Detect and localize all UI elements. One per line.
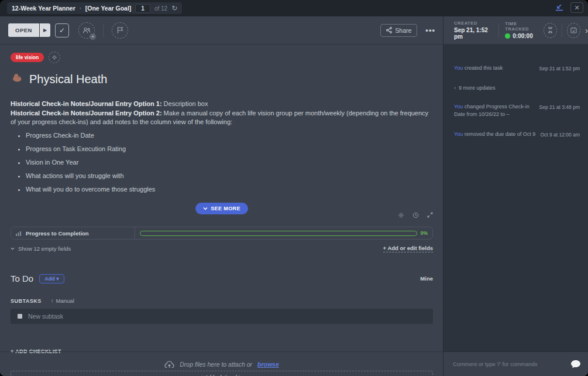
status-button-group: OPEN ▶ [8, 23, 50, 37]
breadcrumb-list-name[interactable]: 12-Week Year Planner [12, 5, 75, 12]
expand-description-icon[interactable] [427, 212, 433, 218]
description-option1-label: Historical Check-in Notes/Journal Entry … [11, 100, 162, 107]
todo-add-button[interactable]: Add ▾ [39, 274, 64, 283]
task-count-label: of 12 [154, 5, 167, 12]
activity-timestamp: Oct 9 at 12:00 am [540, 131, 580, 139]
timer-dot-icon [505, 33, 510, 39]
refresh-icon[interactable]: ↻ [171, 5, 177, 12]
tag-settings-icon[interactable] [49, 52, 60, 63]
show-empty-fields-label: Show 12 empty fields [18, 245, 71, 252]
mark-complete-button[interactable]: ✓ [55, 23, 69, 37]
bullet-item: What actions will you struggle with [26, 172, 433, 180]
new-subtask-input[interactable]: New subtask [11, 309, 433, 324]
subtasks-tab[interactable]: SUBTASKS [11, 298, 42, 304]
activity-item: You removed the due date of Oct 9 Oct 9 … [454, 131, 580, 139]
toolbar-divider [103, 24, 104, 37]
share-button[interactable]: Share [380, 24, 417, 37]
top-bar: 12-Week Year Planner › [One Year Goal] 1… [0, 0, 588, 16]
status-button[interactable]: OPEN [8, 23, 39, 37]
bullet-item: Vision in One Year [26, 158, 433, 167]
description-bullet-list: Progress Check-in Date Progress on Task … [26, 131, 433, 194]
browse-link[interactable]: browse [257, 361, 279, 368]
progress-field-row[interactable]: Progress to Completion [11, 227, 135, 239]
task-index-input[interactable]: 1 [135, 4, 150, 13]
actor-you[interactable]: You [454, 131, 463, 137]
task-content: life vision Physical Heath Historical Ch… [0, 45, 443, 351]
task-toolbar: OPEN ▶ ✓ + Share ••• [0, 16, 443, 45]
estimate-hourglass-icon[interactable] [544, 23, 557, 38]
activity-item: You created this task Sep 21 at 1:52 pm [454, 64, 580, 73]
comment-bubble-icon[interactable] [570, 360, 581, 369]
due-date-calendar-icon[interactable] [567, 23, 580, 38]
app-window: 12-Week Year Planner › [One Year Goal] 1… [0, 0, 588, 376]
more-options-icon[interactable]: ••• [425, 26, 435, 35]
chevron-right-icon: › [454, 85, 456, 91]
bullet-item: What will you do to overcome those strug… [26, 185, 433, 194]
sidebar-header: CREATED Sep 21, 1:52 pm TIME TRACKED 0:0… [443, 16, 588, 45]
add-assignee-icon[interactable]: + [78, 22, 95, 39]
task-main-panel: OPEN ▶ ✓ + Share ••• [0, 16, 443, 376]
more-updates-label: 9 more updates [459, 85, 496, 91]
comment-input[interactable]: Comment or type '/' for commands [443, 351, 588, 376]
progress-field-label: Progress to Completion [26, 230, 89, 237]
subtasks-sort-label: Manual [56, 298, 74, 304]
show-empty-fields-toggle[interactable]: Show 12 empty fields [11, 245, 71, 252]
status-next-arrow-icon[interactable]: ▶ [40, 23, 50, 37]
collapse-sidebar-chevron-icon[interactable]: › [585, 26, 588, 35]
share-button-label: Share [395, 27, 411, 34]
progress-bars-icon [16, 231, 22, 236]
description-option2-label: Historical Check-in Notes/Journal Entry … [11, 110, 162, 117]
todo-filter-mine[interactable]: Mine [420, 275, 433, 282]
subtasks-sort-button[interactable]: ↑ Manual [51, 298, 74, 304]
description-option1-text: Description box [162, 100, 208, 107]
activity-feed: You created this task Sep 21 at 1:52 pm … [443, 45, 588, 351]
chevron-down-icon [11, 247, 15, 250]
actor-you[interactable]: You [454, 104, 463, 110]
new-subtask-placeholder: New subtask [28, 313, 63, 320]
breadcrumb: 12-Week Year Planner › [One Year Goal] 1… [7, 2, 182, 14]
see-more-button[interactable]: SEE MORE [195, 203, 248, 214]
bullet-item: Progress Check-in Date [26, 131, 433, 140]
chevron-down-icon [203, 207, 208, 210]
sort-arrow-icon: ↑ [51, 298, 54, 304]
time-tracked-label: TIME TRACKED [505, 21, 538, 32]
description-history-icon[interactable] [412, 212, 419, 218]
activity-timestamp: Sep 21 at 1:52 pm [539, 64, 580, 73]
add-or-edit-fields-button[interactable]: + Add or edit fields [383, 245, 433, 252]
progress-percent: 0% [421, 230, 428, 236]
bullet-item: Progress on Task Execution Rating [26, 145, 433, 153]
description-settings-icon[interactable] [398, 212, 404, 218]
task-description[interactable]: Historical Check-in Notes/Journal Entry … [11, 100, 433, 194]
drop-files-text: Drop files here to attach or [180, 361, 252, 368]
tag-life-vision[interactable]: life vision [11, 53, 44, 62]
subtask-status-icon [18, 314, 22, 319]
close-icon[interactable]: ✕ [570, 2, 583, 13]
todo-section-title: To Do [11, 274, 33, 283]
set-priority-flag-icon[interactable] [112, 22, 128, 39]
more-updates-toggle[interactable]: › 9 more updates [454, 85, 580, 91]
upload-cloud-icon [164, 360, 174, 368]
created-value: Sep 21, 1:52 pm [454, 27, 493, 40]
activity-item: You changed Progress Check-in Date from … [454, 103, 580, 118]
breadcrumb-task-group[interactable]: [One Year Goal] [85, 5, 132, 12]
activity-timestamp: Sep 21 at 3:48 pm [539, 103, 580, 118]
breadcrumb-separator: › [80, 5, 81, 11]
created-label: CREATED [454, 20, 493, 26]
comment-placeholder: Comment or type '/' for commands [453, 361, 570, 367]
see-more-label: SEE MORE [211, 206, 240, 211]
time-tracked-value[interactable]: 0:00:00 [505, 33, 538, 39]
minimize-to-tray-icon[interactable] [553, 2, 566, 13]
activity-sidebar: CREATED Sep 21, 1:52 pm TIME TRACKED 0:0… [443, 16, 588, 376]
share-icon [386, 27, 392, 33]
custom-fields-box: Progress to Completion 0% [11, 227, 433, 240]
task-title[interactable]: Physical Heath [29, 73, 107, 86]
flexed-biceps-emoji-icon [11, 71, 23, 87]
add-assignee-plus-icon: + [90, 33, 96, 40]
actor-you[interactable]: You [454, 65, 463, 71]
progress-bar [140, 231, 417, 236]
drop-files-area[interactable]: Drop files here to attach or browse [0, 351, 443, 376]
